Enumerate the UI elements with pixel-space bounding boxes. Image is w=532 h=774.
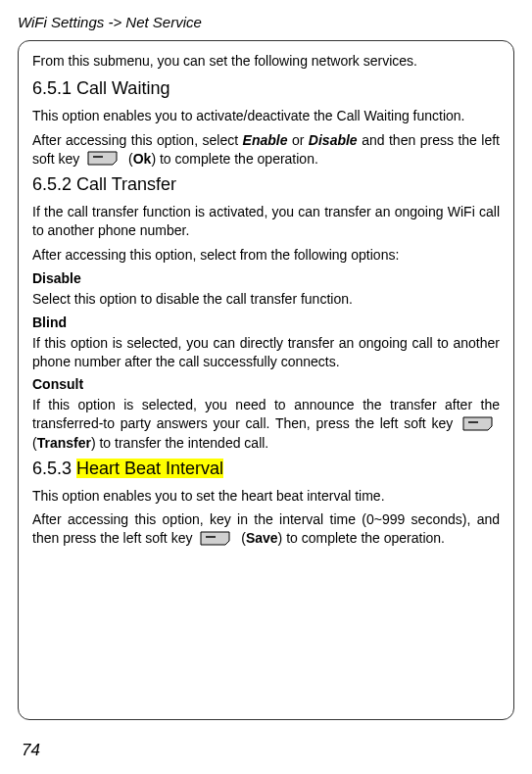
heading-highlighted: Heart Beat Interval bbox=[76, 459, 223, 478]
section-651-heading: 6.5.1 Call Waiting bbox=[32, 78, 500, 99]
section-652-p2: After accessing this option, select from… bbox=[32, 246, 500, 265]
save-label: Save bbox=[246, 530, 278, 546]
intro-text: From this submenu, you can set the follo… bbox=[32, 53, 500, 69]
softkey-icon bbox=[462, 416, 496, 434]
section-653-p1: This option enables you to set the heart… bbox=[32, 487, 500, 506]
ok-label: Ok bbox=[133, 151, 152, 167]
page-header-breadcrumb: WiFi Settings -> Net Service bbox=[18, 14, 514, 30]
text-fragment: ) to complete the operation. bbox=[151, 151, 317, 167]
text-fragment: If this option is selected, you need to … bbox=[32, 397, 500, 431]
text-fragment: After accessing this option, select bbox=[32, 132, 243, 148]
disable-subheading: Disable bbox=[32, 270, 500, 286]
section-652-heading: 6.5.2 Call Transfer bbox=[32, 174, 500, 195]
page-number: 74 bbox=[22, 741, 40, 760]
consult-description: If this option is selected, you need to … bbox=[32, 396, 500, 452]
enable-label: Enable bbox=[243, 132, 288, 148]
blind-subheading: Blind bbox=[32, 314, 500, 330]
text-fragment: ) to transfer the intended call. bbox=[91, 435, 268, 451]
section-653-p2: After accessing this option, key in the … bbox=[32, 510, 500, 548]
disable-description: Select this option to disable the call t… bbox=[32, 290, 500, 309]
section-651-p2: After accessing this option, select Enab… bbox=[32, 131, 500, 169]
heading-prefix: 6.5.3 bbox=[32, 459, 76, 478]
text-fragment: or bbox=[287, 132, 308, 148]
content-frame: From this submenu, you can set the follo… bbox=[18, 40, 514, 720]
disable-label: Disable bbox=[309, 132, 358, 148]
text-fragment: ( bbox=[124, 151, 133, 167]
section-651-p1: This option enables you to activate/deac… bbox=[32, 107, 500, 125]
text-fragment: ) to complete the operation. bbox=[278, 530, 445, 546]
blind-description: If this option is selected, you can dire… bbox=[32, 334, 500, 371]
softkey-icon bbox=[87, 151, 121, 169]
text-fragment: ( bbox=[237, 530, 246, 546]
transfer-label: Transfer bbox=[37, 435, 91, 451]
section-653-heading: 6.5.3 Heart Beat Interval bbox=[32, 459, 500, 479]
consult-subheading: Consult bbox=[32, 376, 500, 392]
section-652-p1: If the call transfer function is activat… bbox=[32, 203, 500, 240]
softkey-icon bbox=[200, 531, 233, 549]
